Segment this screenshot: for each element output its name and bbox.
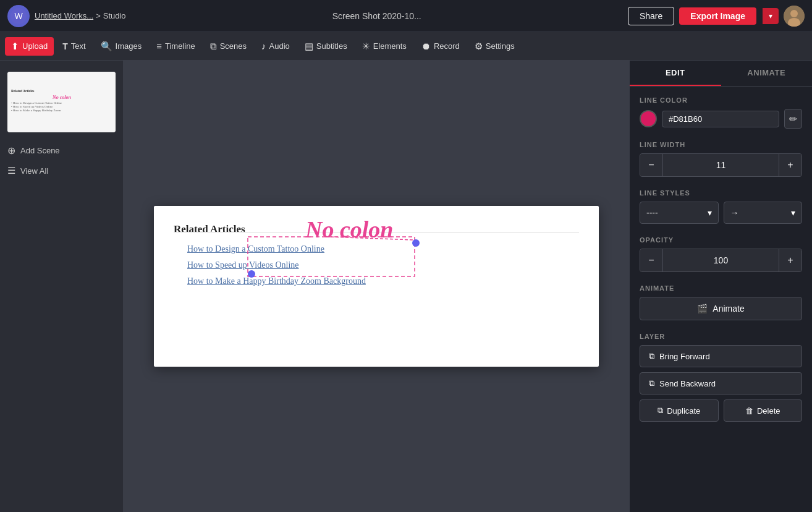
related-articles-title: Related Articles [174, 223, 579, 236]
toolbar: ⬆ Upload T Text 🔍 Images ≡ Timeline ⧉ Sc… [0, 32, 812, 61]
canvas-document: Related Articles How to Design a Custom … [154, 206, 599, 367]
duplicate-button[interactable]: ⧉ Duplicate [640, 399, 719, 422]
tool-subtitles-label: Subtitles [316, 41, 347, 51]
tool-record[interactable]: ⏺ Record [415, 37, 466, 55]
animate-label: ANIMATE [640, 284, 802, 292]
article-list: How to Design a Custom Tattoo Online How… [174, 244, 579, 286]
file-title: Screen Shot 2020-10... [132, 11, 622, 21]
opacity-value: 100 [662, 249, 779, 271]
tool-text-label: Text [71, 41, 86, 51]
arrow-style-label: → [730, 208, 739, 218]
tool-upload-label: Upload [22, 41, 48, 51]
line-styles-label: LINE STYLES [640, 189, 802, 197]
list-item: How to Speed up Videos Online [187, 260, 579, 270]
logo-area: W Untitled Works... > Studio [7, 5, 126, 27]
export-button[interactable]: Export Image [679, 7, 756, 25]
line-styles-section: LINE STYLES ---- ▾ → ▾ [640, 189, 802, 224]
add-scene-button[interactable]: ⊕ Add Scene [7, 142, 116, 159]
top-bar: W Untitled Works... > Studio Screen Shot… [0, 0, 812, 32]
tool-audio[interactable]: ♪ Audio [255, 37, 296, 55]
breadcrumb-current: Studio [103, 11, 126, 20]
arrow-style-select[interactable]: → ▾ [724, 202, 803, 224]
view-all-button[interactable]: ☰ View All [7, 163, 116, 179]
line-width-minus-button[interactable]: − [640, 154, 662, 176]
delete-button[interactable]: 🗑 Delete [724, 399, 803, 422]
add-scene-icon: ⊕ [7, 145, 15, 156]
tool-images[interactable]: 🔍 Images [95, 37, 148, 56]
logo-icon: W [7, 5, 30, 27]
opacity-minus-button[interactable]: − [640, 249, 662, 271]
animate-btn-label: Animate [713, 304, 744, 314]
layer-section: LAYER ⧉ Bring Forward ⧉ Send Backward ⧉ … [640, 333, 802, 422]
bring-forward-button[interactable]: ⧉ Bring Forward [640, 345, 802, 367]
tool-subtitles[interactable]: ▤ Subtitles [298, 37, 353, 56]
delete-icon: 🗑 [745, 406, 753, 416]
scene-thumb-image: Related Articles No colon • How to Desig… [7, 72, 116, 132]
tab-edit[interactable]: EDIT [630, 61, 721, 86]
bring-forward-label: Bring Forward [659, 352, 710, 361]
add-scene-label: Add Scene [20, 146, 60, 155]
eyedropper-button[interactable]: ✏ [784, 109, 802, 129]
tab-animate[interactable]: ANIMATE [721, 61, 813, 86]
timeline-icon: ≡ [156, 41, 162, 51]
svg-text:W: W [14, 11, 23, 21]
tool-scenes[interactable]: ⧉ Scenes [204, 37, 253, 56]
line-width-section: LINE WIDTH − 11 + [640, 141, 802, 177]
record-icon: ⏺ [421, 41, 431, 51]
scene-thumbnail[interactable]: ☰ ⧉ 🗑 Related Articles No colon • How to… [7, 72, 116, 132]
panel-body: LINE COLOR ✏ LINE WIDTH − 11 + [630, 87, 812, 434]
tool-timeline-label: Timeline [165, 41, 195, 51]
breadcrumb: Untitled Works... > Studio [35, 11, 126, 20]
color-row: ✏ [640, 109, 802, 129]
layer-row-2: ⧉ Duplicate 🗑 Delete [640, 399, 802, 422]
line-styles-row: ---- ▾ → ▾ [640, 202, 802, 224]
bring-forward-icon: ⧉ [649, 351, 654, 361]
color-hex-input[interactable] [662, 111, 779, 127]
main-area: ☰ ⧉ 🗑 Related Articles No colon • How to… [0, 61, 812, 512]
duplicate-icon: ⧉ [658, 406, 663, 416]
line-width-value: 11 [662, 154, 779, 176]
send-backward-button[interactable]: ⧉ Send Backward [640, 372, 802, 395]
elements-icon: ✳ [362, 41, 370, 52]
tool-timeline[interactable]: ≡ Timeline [150, 37, 201, 55]
line-width-plus-button[interactable]: + [779, 154, 801, 176]
article-link-1[interactable]: How to Design a Custom Tattoo Online [187, 244, 324, 254]
animate-icon: 🎬 [697, 304, 708, 314]
list-item: How to Design a Custom Tattoo Online [187, 244, 579, 254]
tool-record-label: Record [434, 41, 460, 51]
dash-style-select[interactable]: ---- ▾ [640, 202, 719, 224]
text-icon: T [62, 41, 68, 51]
avatar [784, 6, 805, 27]
view-all-label: View All [20, 166, 48, 176]
article-link-3[interactable]: How to Make a Happy Birthday Zoom Backgr… [187, 276, 366, 286]
opacity-label: OPACITY [640, 236, 802, 244]
color-swatch[interactable] [640, 110, 657, 127]
tool-images-label: Images [116, 41, 142, 51]
breadcrumb-link[interactable]: Untitled Works... [35, 11, 93, 20]
panel-tabs: EDIT ANIMATE [630, 61, 812, 87]
tool-elements-label: Elements [373, 41, 407, 51]
eyedropper-icon: ✏ [789, 113, 797, 125]
tool-elements[interactable]: ✳ Elements [356, 37, 413, 56]
sidebar: ☰ ⧉ 🗑 Related Articles No colon • How to… [0, 61, 124, 512]
tool-text[interactable]: T Text [56, 38, 91, 55]
view-all-icon: ☰ [7, 165, 15, 176]
line-color-section: LINE COLOR ✏ [640, 96, 802, 129]
top-actions: Share Export Image ▾ [628, 6, 805, 27]
scenes-icon: ⧉ [210, 41, 217, 52]
export-chevron-button[interactable]: ▾ [763, 8, 779, 24]
layer-label: LAYER [640, 333, 802, 340]
upload-icon: ⬆ [11, 41, 19, 52]
settings-icon: ⚙ [475, 41, 483, 52]
dash-style-label: ---- [646, 208, 658, 218]
opacity-plus-button[interactable]: + [779, 249, 801, 271]
tool-settings[interactable]: ⚙ Settings [468, 37, 521, 56]
share-button[interactable]: Share [628, 7, 674, 25]
tool-upload[interactable]: ⬆ Upload [5, 37, 54, 56]
opacity-stepper: − 100 + [640, 249, 802, 272]
article-link-2[interactable]: How to Speed up Videos Online [187, 260, 299, 270]
line-width-stepper: − 11 + [640, 153, 802, 177]
animate-button[interactable]: 🎬 Animate [640, 297, 802, 320]
tool-scenes-label: Scenes [220, 41, 247, 51]
opacity-section: OPACITY − 100 + [640, 236, 802, 272]
